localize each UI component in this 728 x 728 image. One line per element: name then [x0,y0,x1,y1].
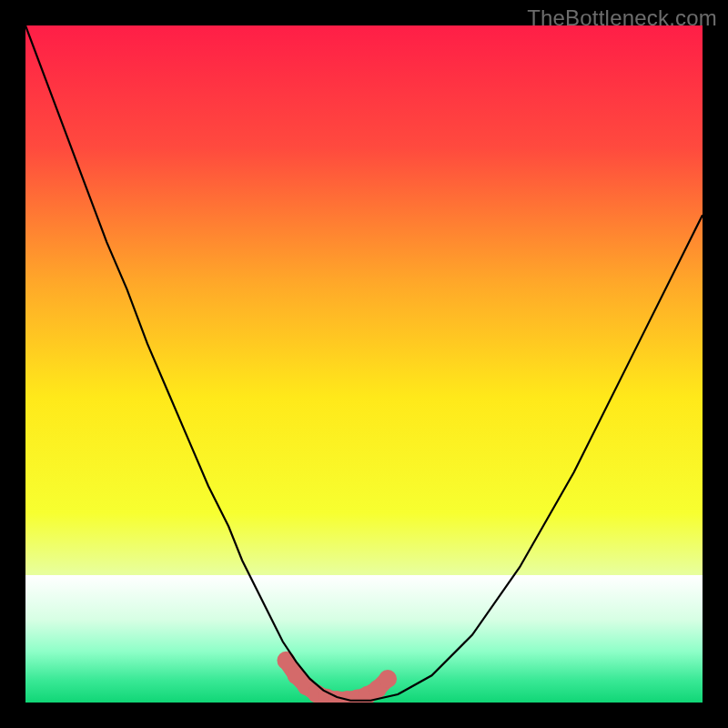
watermark-text: TheBottleneck.com [527,5,717,31]
green-band [25,575,703,703]
valley-dot [277,652,295,670]
plot-area [25,25,703,703]
chart-svg [25,25,703,703]
chart-frame: TheBottleneck.com [0,0,728,728]
valley-dot [379,670,397,688]
